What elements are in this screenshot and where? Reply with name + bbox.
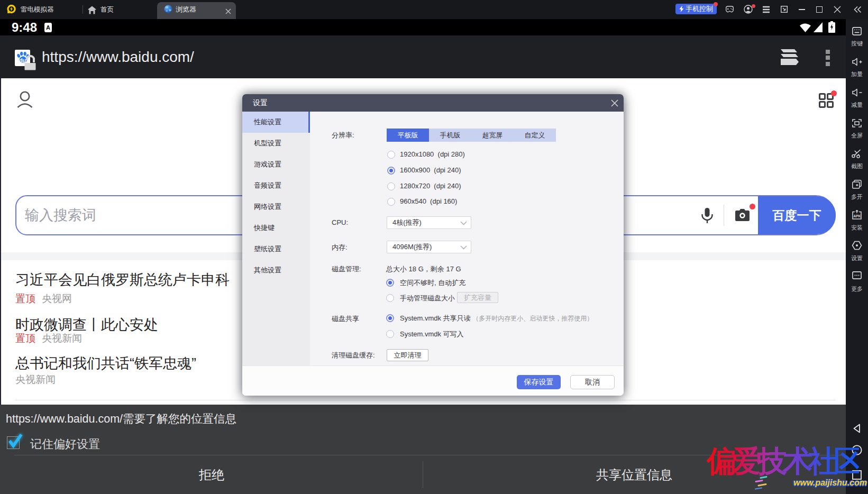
svg-text:APK: APK bbox=[854, 214, 861, 218]
